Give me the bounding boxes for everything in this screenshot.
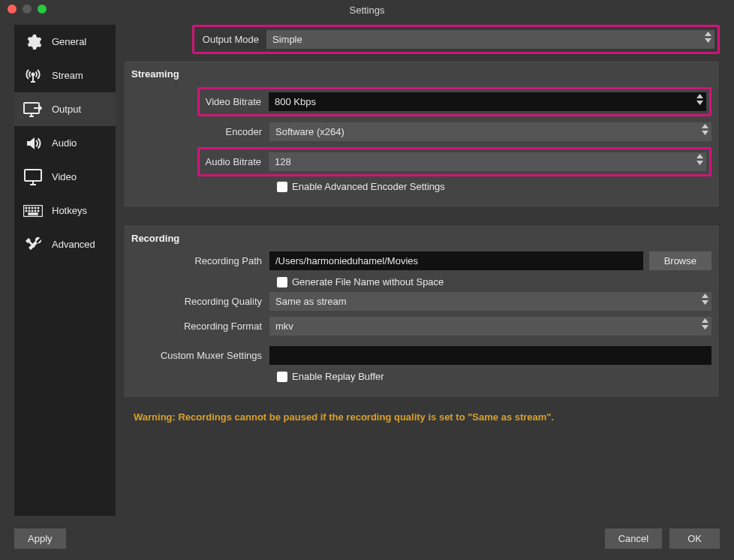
stepper-icon[interactable] — [696, 94, 703, 105]
antenna-icon — [23, 66, 43, 86]
content-area: General Stream Output Audio Video — [14, 25, 720, 519]
video-bitrate-value: 800 Kbps — [275, 96, 316, 107]
svg-point-8 — [38, 207, 39, 209]
recording-quality-label: Recording Quality — [131, 296, 269, 307]
audio-bitrate-value: 128 — [275, 156, 291, 167]
sidebar-item-label: Hotkeys — [52, 205, 87, 216]
video-bitrate-label: Video Bitrate — [203, 96, 269, 107]
output-mode-highlight: Output Mode Simple — [192, 25, 720, 54]
recording-format-label: Recording Format — [131, 321, 269, 332]
encoder-select[interactable]: Software (x264) — [269, 122, 711, 141]
svg-point-4 — [26, 207, 27, 209]
gear-icon — [23, 32, 43, 52]
svg-point-13 — [38, 210, 39, 212]
close-icon[interactable] — [8, 5, 17, 14]
sidebar-item-output[interactable]: Output — [14, 92, 116, 126]
custom-muxer-input[interactable] — [269, 346, 711, 365]
svg-point-11 — [32, 210, 33, 212]
recording-format-value: mkv — [275, 321, 293, 332]
titlebar: Settings — [0, 0, 734, 20]
svg-point-10 — [29, 210, 30, 212]
apply-button[interactable]: Apply — [14, 528, 66, 549]
recording-path-value: /Users/harmonieduhamel/Movies — [275, 255, 418, 266]
recording-path-label: Recording Path — [131, 255, 269, 266]
gen-filename-nospace-checkbox[interactable] — [277, 277, 287, 288]
main-panel: Output Mode Simple Streaming Video B — [123, 25, 720, 519]
keyboard-icon — [23, 201, 43, 221]
chevron-updown-icon — [702, 294, 708, 305]
output-icon — [23, 100, 43, 119]
svg-point-7 — [35, 207, 36, 209]
enable-advanced-encoder-label: Enable Advanced Encoder Settings — [292, 181, 445, 192]
chevron-updown-icon — [705, 32, 711, 43]
ok-button[interactable]: OK — [669, 528, 720, 549]
chevron-updown-icon — [702, 318, 708, 330]
sidebar-item-stream[interactable]: Stream — [14, 59, 116, 92]
sidebar-item-advanced[interactable]: Advanced — [14, 227, 116, 261]
svg-rect-14 — [29, 213, 38, 215]
recording-title: Recording — [131, 233, 711, 244]
recording-group: Recording Recording Path /Users/harmonie… — [123, 224, 720, 398]
output-mode-label: Output Mode — [197, 34, 266, 45]
enable-replay-buffer-checkbox[interactable] — [277, 372, 287, 382]
audio-bitrate-select[interactable]: 128 — [269, 152, 706, 171]
gen-filename-nospace-label: Generate File Name without Space — [292, 276, 444, 288]
audio-bitrate-highlight: Audio Bitrate 128 — [197, 147, 711, 176]
recording-quality-value: Same as stream — [275, 296, 347, 307]
svg-point-12 — [35, 210, 36, 212]
svg-rect-2 — [25, 170, 41, 181]
audio-icon — [23, 134, 43, 153]
monitor-icon — [23, 167, 43, 187]
streaming-title: Streaming — [131, 68, 711, 80]
sidebar-item-label: Stream — [52, 70, 83, 81]
enable-advanced-encoder-checkbox[interactable] — [277, 182, 287, 192]
window-title: Settings — [8, 5, 726, 16]
sidebar: General Stream Output Audio Video — [14, 25, 116, 516]
sidebar-item-label: Output — [52, 104, 81, 115]
cancel-button[interactable]: Cancel — [605, 528, 662, 549]
encoder-label: Encoder — [131, 126, 269, 137]
enable-replay-buffer-label: Enable Replay Buffer — [292, 371, 384, 382]
output-mode-select[interactable]: Simple — [266, 30, 714, 49]
svg-point-5 — [29, 207, 30, 209]
streaming-group: Streaming Video Bitrate 800 Kbps — [123, 60, 720, 208]
sidebar-item-label: Audio — [52, 137, 77, 149]
sidebar-item-label: Video — [52, 171, 77, 182]
recording-quality-select[interactable]: Same as stream — [269, 292, 711, 311]
custom-muxer-label: Custom Muxer Settings — [131, 350, 269, 361]
minimize-icon — [23, 5, 32, 14]
sidebar-item-hotkeys[interactable]: Hotkeys — [14, 194, 116, 227]
footer: Apply Cancel OK — [14, 528, 720, 549]
svg-point-9 — [26, 210, 27, 212]
sidebar-item-general[interactable]: General — [14, 25, 116, 59]
chevron-updown-icon — [696, 154, 703, 165]
recording-format-select[interactable]: mkv — [269, 317, 711, 336]
sidebar-item-label: Advanced — [52, 239, 95, 250]
warning-text: Warning: Recordings cannot be paused if … — [134, 411, 720, 423]
sidebar-item-audio[interactable]: Audio — [14, 126, 116, 160]
chevron-updown-icon — [702, 124, 708, 135]
encoder-value: Software (x264) — [275, 126, 344, 137]
browse-button[interactable]: Browse — [649, 251, 711, 270]
output-mode-value: Simple — [272, 34, 302, 45]
recording-path-input[interactable]: /Users/harmonieduhamel/Movies — [269, 251, 643, 270]
video-bitrate-field[interactable]: 800 Kbps — [269, 92, 706, 111]
sidebar-item-video[interactable]: Video — [14, 160, 116, 194]
window-controls — [8, 5, 47, 14]
tools-icon — [23, 235, 43, 254]
maximize-icon[interactable] — [38, 5, 47, 14]
video-bitrate-highlight: Video Bitrate 800 Kbps — [197, 87, 711, 116]
sidebar-item-label: General — [52, 36, 86, 47]
svg-point-6 — [32, 207, 33, 209]
audio-bitrate-label: Audio Bitrate — [203, 156, 269, 167]
